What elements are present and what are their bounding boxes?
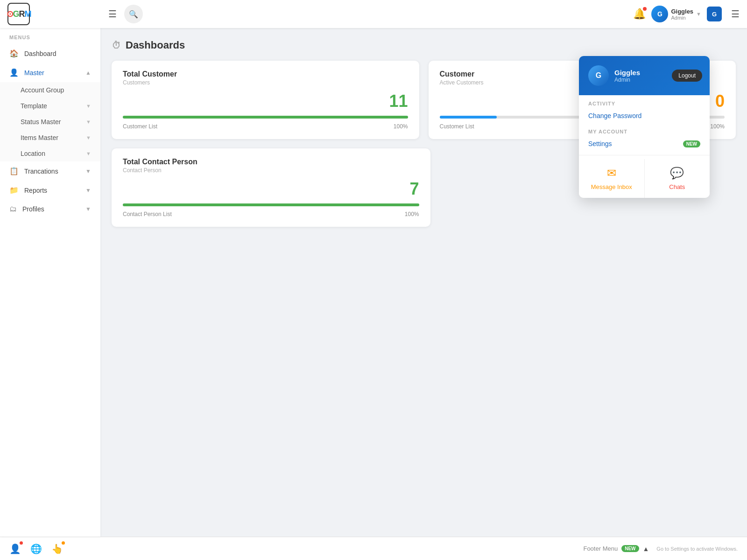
search-button[interactable]: 🔍 (124, 5, 143, 23)
chats-button[interactable]: 💬 Chats (645, 159, 710, 198)
settings-link[interactable]: Settings NEW (579, 136, 710, 151)
footer-new-badge: NEW (621, 545, 639, 552)
card-customer-number: 0 (715, 91, 725, 111)
my-account-label: MY ACCOUNT (579, 123, 710, 136)
status-master-label: Status Master (21, 118, 82, 126)
dropdown-user-info: Giggles Admin (614, 69, 640, 83)
card-total-contact-number-row: 7 (123, 179, 419, 199)
card-total-contact-progress-bg (123, 203, 419, 206)
sidebar-item-master[interactable]: 👤 Master ▲ (0, 63, 100, 82)
footer-os-text: Go to Settings to activate Windows. (656, 546, 738, 552)
sidebar-reports-label: Reports (24, 187, 80, 194)
reports-icon: 📁 (9, 186, 19, 195)
footer-menu-label: Footer Menu (583, 545, 618, 552)
menus-label: MENUS (0, 28, 100, 44)
sidebar-transactions-label: Trancations (24, 168, 80, 175)
hamburger-right-icon[interactable]: ☰ (731, 8, 740, 20)
status-master-chevron-icon: ▼ (86, 119, 91, 125)
user-dropdown-panel: G Giggles Admin Logout ACTIVITY Change P… (579, 56, 710, 198)
card-total-customer-title: Total Customer (123, 70, 408, 78)
footer-globe-icon: 🌐 (30, 544, 42, 554)
dashboard-icon: 🏠 (9, 49, 19, 58)
card-total-customer-footer: Customer List 100% (123, 123, 408, 130)
footer-dot-3 (62, 541, 65, 545)
card-total-customer-number-row: 11 (123, 91, 408, 111)
chevron-down-icon: ▼ (696, 11, 701, 17)
footer-icon-3[interactable]: 👆 (51, 543, 63, 554)
card-total-contact-footer-value: 100% (405, 211, 419, 217)
change-password-label: Change Password (588, 112, 641, 119)
message-inbox-label: Message Inbox (591, 183, 632, 190)
card-total-contact-title: Total Contact Person (123, 158, 419, 166)
footer-dot-1 (20, 541, 23, 545)
transactions-chevron-icon: ▼ (85, 168, 91, 175)
dropdown-header: G Giggles Admin Logout (579, 56, 710, 95)
template-chevron-icon: ▼ (86, 103, 91, 109)
card-customer-progress-fill (440, 116, 497, 119)
profiles-chevron-icon: ▼ (85, 206, 91, 212)
transactions-icon: 📋 (9, 167, 19, 175)
page-title-text: Dashboards (126, 39, 185, 51)
card-total-customer-footer-label: Customer List (123, 123, 157, 130)
master-chevron-icon: ▲ (85, 70, 91, 76)
header-actions: 🔔 G Giggles Admin ▼ G ☰ (633, 6, 740, 22)
sidebar-item-account-group[interactable]: Account Group (0, 82, 100, 98)
bell-badge (643, 7, 647, 11)
sidebar-item-dashboard[interactable]: 🏠 Dashboard (0, 44, 100, 63)
hamburger-left-icon[interactable]: ☰ (108, 8, 117, 20)
items-master-chevron-icon: ▼ (86, 135, 91, 140)
card-customer-footer-label: Customer List (440, 123, 474, 130)
card-total-contact-footer-label: Contact Person List (123, 211, 172, 217)
message-inbox-button[interactable]: ✉ Message Inbox (579, 159, 645, 198)
sidebar-item-reports[interactable]: 📁 Reports ▼ (0, 181, 100, 200)
activity-label: ACTIVITY (579, 95, 710, 108)
profiles-icon: 🗂 (9, 205, 17, 213)
card-total-contact-progress-fill (123, 203, 419, 206)
header-username: Giggles (671, 8, 693, 15)
sidebar-item-status-master[interactable]: Status Master ▼ (0, 114, 100, 130)
main-content: ⏱ Dashboards Total Customer Customers 11… (100, 28, 747, 537)
master-submenu: Account Group Template ▼ Status Master ▼… (0, 82, 100, 161)
sidebar-item-template[interactable]: Template ▼ (0, 98, 100, 114)
dropdown-divider (579, 155, 710, 155)
header-role: Admin (671, 15, 693, 21)
card-customer-footer-value: 100% (710, 123, 725, 130)
message-inbox-icon: ✉ (607, 167, 616, 180)
account-group-label: Account Group (21, 86, 91, 94)
sidebar-item-items-master[interactable]: Items Master ▼ (0, 130, 100, 146)
footer: 👤 🌐 👆 Footer Menu NEW ▲ Go to Settings t… (0, 537, 747, 560)
footer-hand-icon: 👆 (51, 544, 63, 554)
user-menu-button[interactable]: G Giggles Admin ▼ (651, 6, 701, 22)
sidebar-master-label: Master (24, 69, 80, 77)
card-total-contact-footer: Contact Person List 100% (123, 211, 419, 217)
header-blue-button[interactable]: G (707, 7, 722, 21)
sidebar-item-transactions[interactable]: 📋 Trancations ▼ (0, 161, 100, 181)
location-label: Location (21, 150, 82, 157)
logo: ⊙ G R M (7, 3, 101, 25)
card-total-customer-subtitle: Customers (123, 79, 408, 86)
page-title: ⏱ Dashboards (112, 39, 736, 51)
chats-icon: 💬 (670, 167, 684, 180)
page-title-icon: ⏱ (112, 40, 121, 51)
sidebar-item-profiles[interactable]: 🗂 Profiles ▼ (0, 200, 100, 218)
logout-button[interactable]: Logout (672, 70, 702, 82)
sidebar-dashboard-label: Dashboard (24, 50, 91, 57)
logo-g: G (13, 9, 19, 19)
card-total-contact-number: 7 (409, 179, 419, 199)
dropdown-username: Giggles (614, 69, 640, 77)
user-info: Giggles Admin (671, 8, 693, 21)
footer-icon-1[interactable]: 👤 (9, 543, 21, 554)
footer-right: Footer Menu NEW ▲ Go to Settings to acti… (583, 545, 738, 553)
footer-up-icon[interactable]: ▲ (643, 545, 649, 553)
card-total-customer-progress-bg (123, 116, 408, 119)
sidebar-item-location[interactable]: Location ▼ (0, 146, 100, 161)
footer-icon-2[interactable]: 🌐 (30, 543, 42, 554)
reports-chevron-icon: ▼ (85, 187, 91, 194)
card-total-contact-subtitle: Contact Person (123, 167, 419, 174)
logo-r: R (19, 9, 25, 19)
change-password-link[interactable]: Change Password (579, 108, 710, 123)
bell-button[interactable]: 🔔 (633, 8, 646, 20)
items-master-label: Items Master (21, 134, 82, 141)
sidebar-profiles-label: Profiles (22, 205, 80, 213)
template-label: Template (21, 102, 82, 110)
